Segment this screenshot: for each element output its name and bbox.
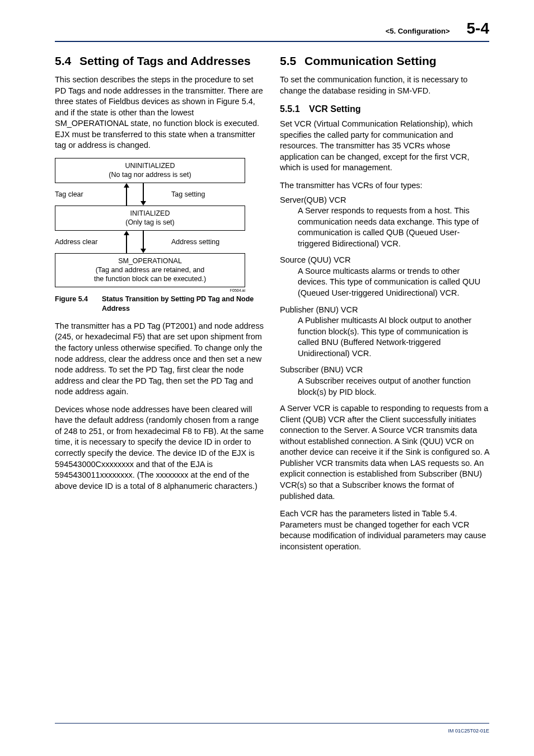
definition-term: Publisher (BNU) VCR — [280, 305, 489, 316]
body-paragraph: This section describes the steps in the … — [55, 74, 264, 151]
figure-source-ref: F0504.ai — [55, 288, 245, 292]
figure-5-4: UNINITIALIZED (No tag nor address is set… — [55, 158, 264, 292]
transition-up-label: Tag clear — [55, 183, 104, 206]
page-number: 5-4 — [467, 20, 489, 38]
body-paragraph: The transmitter has a PD Tag (PT2001) an… — [55, 321, 264, 398]
arrow-down-icon — [140, 249, 146, 253]
definition-term: Source (QUU) VCR — [280, 255, 489, 266]
figure-caption-text: Status Transition by Setting PD Tag and … — [102, 295, 264, 313]
body-paragraph: To set the communication function, it is… — [280, 74, 489, 96]
arrow-down-icon — [140, 201, 146, 206]
definition-description: A Publisher multicasts AI block output t… — [298, 315, 489, 359]
subsection-title: VCR Setting — [309, 104, 360, 114]
state-subtitle: (Only tag is set) — [125, 218, 175, 226]
body-paragraph: A Server VCR is capable to responding to… — [280, 403, 489, 502]
definition-term: Subscriber (BNU) VCR — [280, 365, 489, 376]
body-paragraph: The transmitter has VCRs of four types: — [280, 180, 489, 192]
state-subtitle: the function block can be executed.) — [94, 275, 206, 283]
definition-term: Server(QUB) VCR — [280, 195, 489, 206]
section-title: Communication Setting — [305, 54, 437, 68]
section-heading-5-5: 5.5 Communication Setting — [280, 54, 489, 68]
document-id: IM 01C25T02-01E — [448, 728, 489, 734]
state-title: INITIALIZED — [130, 209, 170, 217]
body-paragraph: Set VCR (Virtual Communication Relations… — [280, 119, 489, 174]
definition-description: A Server responds to requests from a hos… — [298, 206, 489, 249]
right-column: 5.5 Communication Setting To set the com… — [280, 52, 489, 559]
section-number: 5.5 — [280, 54, 305, 68]
figure-label: Figure 5.4 — [55, 295, 102, 313]
section-number: 5.4 — [55, 54, 79, 68]
figure-caption: Figure 5.4 Status Transition by Setting … — [55, 295, 264, 313]
footer-rule — [55, 723, 489, 724]
transition-row-2: Address clear Address setting — [55, 231, 245, 253]
state-sm-operational: SM_OPERATIONAL (Tag and address are reta… — [55, 253, 245, 287]
left-column: 5.4 Setting of Tags and Addresses This s… — [55, 52, 264, 559]
section-heading-5-4: 5.4 Setting of Tags and Addresses — [55, 54, 264, 68]
subsection-number: 5.5.1 — [280, 104, 309, 114]
transition-down-label: Address setting — [166, 231, 245, 253]
section-title: Setting of Tags and Addresses — [79, 54, 251, 68]
chapter-label: <5. Configuration> — [386, 27, 450, 35]
body-paragraph: Each VCR has the parameters listed in Ta… — [280, 508, 489, 552]
body-paragraph: Devices whose node addresses have been c… — [55, 404, 264, 492]
transition-up-label: Address clear — [55, 231, 104, 253]
running-header: <5. Configuration> 5-4 — [55, 20, 489, 42]
state-title: UNINITIALIZED — [125, 162, 175, 170]
transition-arrows — [104, 183, 166, 206]
transition-arrows — [104, 231, 166, 253]
state-title: SM_OPERATIONAL — [118, 257, 182, 265]
state-initialized: INITIALIZED (Only tag is set) — [55, 206, 245, 231]
subsection-heading-5-5-1: 5.5.1 VCR Setting — [280, 104, 489, 114]
transition-down-label: Tag setting — [166, 183, 245, 206]
definition-description: A Subscriber receives output of another … — [298, 376, 489, 398]
transition-row-1: Tag clear Tag setting — [55, 183, 245, 206]
state-subtitle: (No tag nor address is set) — [109, 171, 191, 179]
state-subtitle: (Tag and address are retained, and — [96, 266, 205, 274]
definition-description: A Source multicasts alarms or trends to … — [298, 266, 489, 299]
state-uninitialized: UNINITIALIZED (No tag nor address is set… — [55, 158, 245, 183]
